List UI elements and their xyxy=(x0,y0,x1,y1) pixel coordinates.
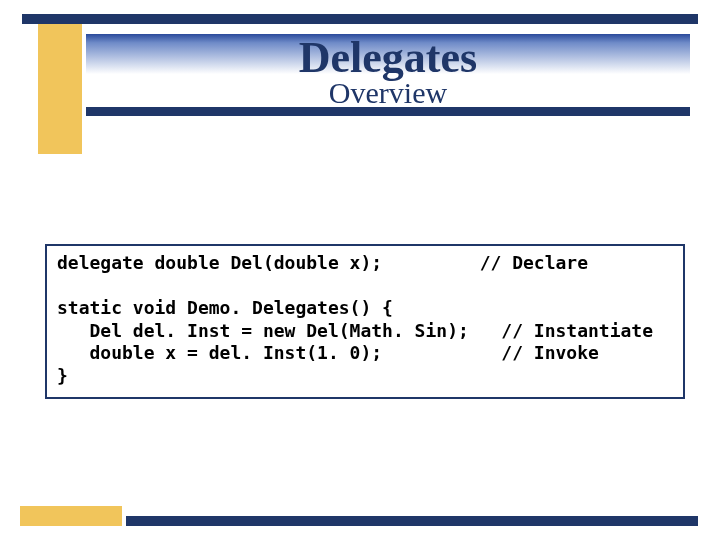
code-line-5: double x = del. Inst(1. 0); // Invoke xyxy=(57,342,599,363)
code-line-1: delegate double Del(double x); // Declar… xyxy=(57,252,588,273)
code-box: delegate double Del(double x); // Declar… xyxy=(45,244,685,399)
top-rule xyxy=(22,14,698,24)
code-line-3: static void Demo. Delegates() { xyxy=(57,297,393,318)
slide-title: Delegates xyxy=(86,34,690,80)
code-line-4: Del del. Inst = new Del(Math. Sin); // I… xyxy=(57,320,653,341)
code-line-6: } xyxy=(57,365,68,386)
bottom-rule xyxy=(126,516,698,526)
title-block: Delegates Overview xyxy=(86,34,690,116)
slide-subtitle: Overview xyxy=(86,78,690,108)
gold-accent-bottom xyxy=(20,506,122,526)
gold-accent-top xyxy=(38,24,82,154)
